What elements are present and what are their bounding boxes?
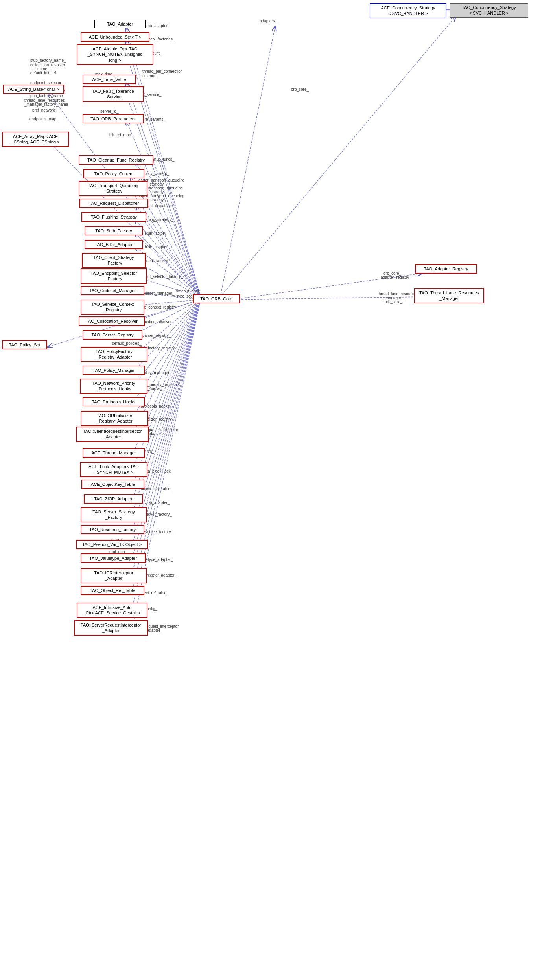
edge-label-bidir-adapter: bidir_adapter_: [145, 245, 170, 249]
node-tao-client-strategy-factory[interactable]: TAO_Client_Strategy _Factory: [82, 253, 146, 268]
edge-label-server-factory: server_factory_: [145, 512, 172, 517]
node-tao-stub-factory[interactable]: TAO_Stub_Factory: [85, 226, 143, 235]
edge-label-object-key-table: object_key_table_: [141, 487, 173, 491]
node-tao-thread-lane-resources-manager[interactable]: TAO_Thread_Lane_Resources _Manager: [414, 288, 484, 303]
edge-label-timeout: timeout_: [142, 74, 157, 78]
edge-label-endpoints-map: endpoints_map_: [29, 117, 59, 121]
node-tao-policy-current[interactable]: TAO_Policy_Current: [83, 169, 144, 178]
node-tao-clientrequestinterceptor-adapter[interactable]: TAO::ClientRequestInterceptor _Adapter: [76, 427, 149, 442]
edge-label-ziop-adapter: ziop_adapter_: [145, 500, 170, 505]
node-tao-service-context-registry[interactable]: TAO_Service_Context _Registry: [81, 300, 144, 315]
node-ace-string-base[interactable]: ACE_String_Base< char >: [3, 85, 64, 94]
edge-label-timeout-hook: timeout_hook_: [176, 289, 202, 293]
edge-label-policy-current: policy_current_: [142, 171, 169, 176]
edge-label-thread-per-connection: thread_per_connection: [142, 69, 182, 74]
diagram-container: adapters_ poa_adapter_ protocol_factorie…: [0, 0, 540, 980]
node-tao-ziop-adapter[interactable]: TAO_ZIOP_Adapter: [84, 494, 143, 504]
node-tao-policy-manager[interactable]: TAO_Policy_Manager: [83, 366, 145, 375]
node-tao-icrinterceptor-adapter[interactable]: TAO_ICRInterceptor _Adapter: [81, 568, 147, 583]
node-tao-orb-parameters[interactable]: TAO_ORB_Parameters: [83, 114, 144, 123]
edge-label-codeset-manager: codeset_manager_: [141, 291, 175, 296]
edge-label-hooks-1: _hooks_: [147, 386, 162, 391]
node-tao-transport-queueing-strategy[interactable]: TAO::Transport_Queueing _Strategy: [79, 181, 147, 196]
edge-label-orb-params: orb_params_: [142, 117, 166, 121]
node-tao-adapter-registry[interactable]: TAO_Adapter_Registry: [415, 264, 477, 274]
node-ace-intrusive-auto-ptr[interactable]: ACE_Intrusive_Auto _Ptr< ACE_Service_Ges…: [77, 603, 147, 618]
edge-label-default-policies: default_policies_: [112, 341, 142, 346]
edge-label-poa-adapter: poa_adapter_: [146, 24, 170, 28]
edge-label-parser-registry: parser_registry_: [142, 333, 171, 338]
edge-label-delayed-strategy: _strategy_: [147, 198, 166, 202]
edge-label-stub-factory-name: stub_factory_name_: [30, 58, 66, 63]
edge-label-adapters: adapters_: [260, 19, 277, 23]
node-tao-policy-set[interactable]: TAO_Policy_Set: [2, 340, 47, 349]
svg-line-2: [220, 26, 275, 297]
edge-label-default-init-ref: default_init_ref: [30, 71, 56, 75]
edge-label-resource-factory: resource_factory_: [142, 530, 173, 534]
node-tao-object-ref-table[interactable]: TAO_Object_Ref_Table: [81, 586, 144, 595]
node-tao-orb-core[interactable]: TAO_ORB_Core: [193, 294, 240, 303]
svg-line-1: [220, 16, 456, 297]
node-tao-protocols-hooks[interactable]: TAO_Protocols_Hooks: [83, 397, 145, 406]
edge-label-adapter-registry: adapter_registry_: [381, 275, 411, 279]
node-tao-server-strategy-factory[interactable]: TAO_Server_Strategy _Factory: [81, 507, 147, 522]
edge-label-pref-network: pref_network_: [32, 108, 57, 112]
node-tao-endpoint-selector-factory[interactable]: TAO_Endpoint_Selector _Factory: [81, 268, 147, 284]
node-ace-unbounded-set[interactable]: ACE_Unbounded_Set< T >: [81, 32, 149, 42]
node-tao-resource-factory[interactable]: TAO_Resource_Factory: [81, 525, 144, 534]
node-tao-fault-tolerance-service[interactable]: TAO_Fault_Tolerance _Service: [83, 86, 144, 102]
node-tao-request-dispatcher[interactable]: TAO_Request_Dispatcher: [79, 199, 148, 208]
node-tao-adapter[interactable]: TAO_Adapter: [94, 20, 146, 28]
node-ace-concurrency-strategy[interactable]: ACE_Concurrency_Strategy < SVC_HANDLER >: [370, 3, 446, 18]
edge-label-ft-service: ft_service_: [142, 92, 161, 97]
node-tao-codeset-manager[interactable]: TAO_Codeset_Manager: [81, 286, 144, 295]
node-ace-array-map[interactable]: ACE_Array_Map< ACE _CString, ACE_CString…: [2, 132, 69, 147]
node-tao-valuetype-adapter[interactable]: TAO_Valuetype_Adapter: [81, 553, 146, 563]
edge-label-init-ref-map: init_ref_map_: [109, 133, 133, 137]
node-ace-atomic-op[interactable]: ACE_Atomic_Op< TAO _SYNCH_MUTEX, unsigne…: [77, 44, 153, 65]
edge-label-poa-factory-name: poa_factory_name: [30, 94, 63, 98]
node-tao-serverrequestinterceptor-adapter[interactable]: TAO::ServerRequestInterceptor _Adapter: [74, 620, 148, 636]
edge-label-orb-core-3: orb_core_: [385, 300, 402, 304]
node-tao-oriinitializer-registry-adapter[interactable]: TAO::ORIInitializer _Registry_Adapter: [81, 411, 148, 426]
edge-label-flushing-strategy: flushing_strategy_: [142, 217, 173, 222]
node-tao-parser-registry[interactable]: TAO_Parser_Registry: [83, 330, 142, 340]
node-ace-lock-adapter[interactable]: ACE_Lock_Adapter< TAO _SYNCH_MUTEX >: [80, 462, 147, 477]
edge-label-server-id: server_id_: [100, 109, 119, 114]
node-tao-network-priority-protocols-hooks[interactable]: TAO_Network_Priority _Protocols_Hooks: [80, 379, 147, 394]
node-tao-flushing-strategy[interactable]: TAO_Flushing_Strategy: [81, 212, 146, 222]
edge-label-orb-core-1: orb_core_: [291, 87, 309, 92]
edge-label-tm: tm_: [147, 449, 154, 454]
node-tao-policyfactory-registry-adapter[interactable]: TAO::PolicyFactory _Registry_Adapter: [81, 347, 147, 362]
edge-label-manager-factory-name: _manager_factory_name: [24, 102, 68, 107]
node-tao-cleanup-func-registry[interactable]: TAO_Cleanup_Func_Registry: [79, 155, 153, 165]
edge-label-policy-manager: policy_manager_: [142, 371, 171, 375]
node-tao-bidir-adapter[interactable]: TAO_BiDir_Adapter: [85, 240, 143, 249]
edge-label-client-factory: client_factory_: [145, 259, 170, 263]
node-ace-objectkey-table[interactable]: ACE_ObjectKey_Table: [81, 480, 144, 489]
node-ace-thread-manager[interactable]: ACE_Thread_Manager: [83, 448, 145, 458]
edges-svg: [0, 0, 540, 980]
node-ace-time-value[interactable]: ACE_Time_Value: [83, 75, 136, 84]
edge-label-stub-factory: stub_factory_: [145, 231, 168, 235]
node-tao-pseudo-var[interactable]: TAO_Pseudo_Var_T< Object >: [76, 540, 148, 549]
edge-label-protocols-hooks: protocols_hooks_: [141, 404, 171, 408]
node-tao-collocation-resolver[interactable]: TAO_Collocation_Resolver: [79, 316, 145, 326]
node-tao-concurrency-strategy[interactable]: TAO_Concurrency_Strategy < SVC_HANDLER >: [450, 3, 528, 18]
